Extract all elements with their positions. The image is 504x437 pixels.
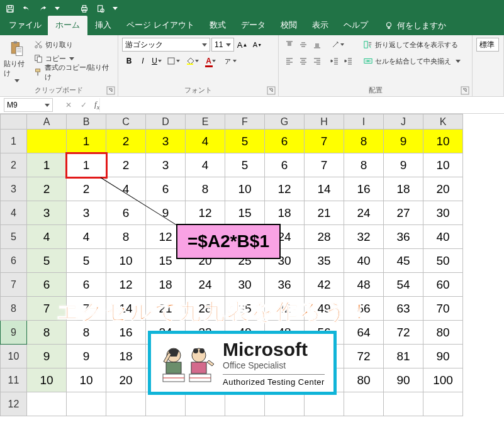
cell[interactable] — [265, 392, 305, 416]
cell[interactable]: 8 — [106, 225, 146, 249]
cell[interactable]: 6 — [106, 201, 146, 225]
save-icon[interactable] — [5, 4, 15, 14]
cell[interactable]: 8 — [344, 130, 384, 153]
wrap-text-button[interactable]: 折り返して全体を表示する — [363, 38, 461, 52]
cell[interactable]: 8 — [186, 177, 225, 201]
row-header[interactable]: 1 — [1, 130, 27, 153]
cell[interactable]: 18 — [146, 273, 186, 297]
cell[interactable]: 5 — [225, 153, 265, 177]
tab-home[interactable]: ホーム — [48, 16, 87, 35]
cell[interactable]: 27 — [384, 201, 423, 225]
cell[interactable]: 8 — [344, 153, 384, 177]
cell[interactable]: 30 — [423, 201, 463, 225]
cell[interactable]: 6 — [265, 130, 305, 153]
tab-file[interactable]: ファイル — [3, 16, 48, 35]
fill-color-button[interactable] — [182, 54, 201, 68]
cell[interactable]: 20 — [423, 177, 463, 201]
cell[interactable]: 72 — [344, 345, 384, 368]
cell[interactable]: 90 — [423, 345, 463, 368]
cell[interactable]: 10 — [27, 368, 67, 392]
cell[interactable]: 90 — [384, 368, 423, 392]
merge-center-button[interactable]: セルを結合して中央揃え — [363, 54, 461, 68]
cell[interactable]: 5 — [225, 130, 265, 153]
tab-page-layout[interactable]: ページ レイアウト — [119, 16, 202, 35]
cell[interactable]: 35 — [305, 249, 344, 273]
col-header[interactable]: C — [106, 114, 146, 130]
cell[interactable]: 1 — [67, 130, 106, 153]
align-left-icon[interactable] — [283, 54, 296, 68]
cell[interactable] — [106, 392, 146, 416]
cell[interactable]: 5 — [27, 249, 67, 273]
row-header[interactable]: 9 — [1, 321, 27, 345]
worksheet[interactable]: ABCDEFGHIJK11234567891021123456789103224… — [0, 114, 504, 416]
cell[interactable]: 7 — [305, 153, 344, 177]
cell[interactable]: 4 — [106, 177, 146, 201]
tell-me[interactable]: 何をしますか — [384, 20, 446, 35]
cell[interactable]: 24 — [186, 273, 225, 297]
cell[interactable]: 6 — [146, 177, 186, 201]
undo-icon[interactable] — [21, 4, 31, 14]
cell[interactable]: 81 — [384, 345, 423, 368]
cell[interactable]: 36 — [265, 273, 305, 297]
cell[interactable] — [27, 392, 67, 416]
cell[interactable]: 10 — [225, 177, 265, 201]
cell[interactable]: 3 — [67, 201, 106, 225]
ruby-button[interactable]: ア — [220, 54, 239, 68]
increase-font-icon[interactable]: A▲ — [235, 38, 249, 52]
cell[interactable]: 80 — [344, 368, 384, 392]
tab-help[interactable]: ヘルプ — [336, 16, 376, 35]
font-family-select[interactable]: 游ゴシック — [122, 38, 210, 52]
italic-button[interactable]: I — [136, 54, 150, 68]
cell[interactable]: 9 — [384, 153, 423, 177]
cell[interactable]: 9 — [27, 345, 67, 368]
row-header[interactable]: 10 — [1, 345, 27, 368]
cell[interactable]: 100 — [423, 368, 463, 392]
cell[interactable]: 4 — [67, 225, 106, 249]
cell[interactable]: 50 — [423, 249, 463, 273]
col-header[interactable]: F — [225, 114, 265, 130]
font-color-button[interactable]: A — [201, 54, 220, 68]
cell[interactable]: 12 — [265, 177, 305, 201]
number-format-select[interactable]: 標準 — [476, 38, 499, 52]
redo-icon[interactable] — [38, 4, 48, 14]
cell[interactable]: 3 — [27, 201, 67, 225]
col-header[interactable]: H — [305, 114, 344, 130]
quick-print-icon[interactable] — [79, 4, 89, 14]
row-header[interactable]: 8 — [1, 297, 27, 321]
row-header[interactable]: 4 — [1, 201, 27, 225]
col-header[interactable]: G — [265, 114, 305, 130]
cell[interactable] — [225, 392, 265, 416]
cell[interactable] — [384, 392, 423, 416]
tab-insert[interactable]: 挿入 — [87, 16, 119, 35]
col-header[interactable]: J — [384, 114, 423, 130]
row-header[interactable]: 5 — [1, 225, 27, 249]
col-header[interactable]: E — [186, 114, 225, 130]
cell[interactable] — [186, 392, 225, 416]
align-middle-icon[interactable] — [296, 38, 310, 52]
cell[interactable]: 24 — [344, 201, 384, 225]
cell[interactable]: 28 — [305, 225, 344, 249]
cell[interactable]: 9 — [384, 130, 423, 153]
col-header[interactable]: A — [27, 114, 67, 130]
cell[interactable]: 7 — [305, 130, 344, 153]
cell[interactable]: 6 — [27, 273, 67, 297]
select-all-corner[interactable] — [1, 114, 27, 130]
cell[interactable]: 20 — [106, 368, 146, 392]
row-header[interactable]: 2 — [1, 153, 27, 177]
cell[interactable]: 3 — [146, 153, 186, 177]
cell[interactable]: 3 — [146, 130, 186, 153]
font-dialog-launcher-icon[interactable] — [267, 86, 276, 95]
row-header[interactable]: 11 — [1, 368, 27, 392]
cell[interactable]: 18 — [265, 201, 305, 225]
row-header[interactable]: 3 — [1, 177, 27, 201]
col-header[interactable]: K — [423, 114, 463, 130]
alignment-dialog-launcher-icon[interactable] — [461, 86, 469, 95]
cell[interactable]: 1 — [27, 153, 67, 177]
cell[interactable]: 4 — [186, 130, 225, 153]
cell[interactable]: 12 — [186, 201, 225, 225]
cell[interactable]: 10 — [106, 249, 146, 273]
cell[interactable]: 2 — [27, 177, 67, 201]
paste-button[interactable]: 貼り付け — [4, 38, 31, 84]
cell[interactable]: 4 — [27, 225, 67, 249]
cell[interactable] — [67, 392, 106, 416]
